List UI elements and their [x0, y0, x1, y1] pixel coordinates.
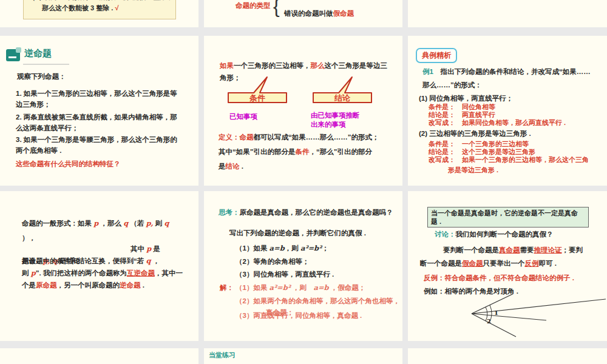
- text-segment: ，: [151, 257, 160, 265]
- text-segment: 错误的命题叫做: [284, 10, 333, 17]
- text-segment: 命题的一般形式：如果: [22, 220, 93, 227]
- text-line: 2. 两条直线被第三条直线所截，如果内错角相等，那: [16, 113, 177, 121]
- text-segment: 2. 两条直线被第三条直线所截，如果内错角相等，那: [16, 113, 177, 121]
- text-segment: 原命题是真命题，那么它的逆命题也是真命题吗？: [240, 209, 393, 216]
- text-segment: ；要判: [562, 246, 583, 254]
- text-segment: (1) 同位角相等，两直线平行；: [419, 95, 513, 102]
- text-line: 如果一个三角形的三边相等，那么这个三角形是等边三: [220, 61, 387, 70]
- text-line: (2) 三边相等的三角形是等边三角形 .: [419, 129, 531, 138]
- text-segment: ，另一个叫原命题的: [57, 281, 120, 289]
- text-segment: 如果: [220, 62, 234, 69]
- text-segment: 这个三角形是等边三: [325, 62, 388, 69]
- text-segment: {: [273, 0, 280, 17]
- slide-thumbnail-blank-top[interactable]: [408, 0, 607, 27]
- text-segment: 其中: [131, 245, 146, 252]
- text-segment: (2) 三边相等的三角形是等边三角形 .: [419, 130, 531, 137]
- section-title: 逆命题: [24, 48, 52, 59]
- text-segment: 结论是： 两直线平行: [429, 111, 495, 118]
- slide-thumbnail-proposition-types[interactable]: 命题的类型 { 错误的命题叫做假命题: [204, 0, 402, 27]
- text-line: 那么……”的形式：: [422, 81, 482, 89]
- text-segment: 指出下列命题的条件和结论，并改写成“如果……: [433, 68, 591, 75]
- text-segment: 互逆命题: [127, 269, 155, 277]
- text-segment: 假命题: [462, 260, 483, 267]
- text-segment: ，那么: [98, 220, 123, 227]
- text-segment: 条件是： 一个三角形的三边相等: [429, 140, 529, 147]
- text-segment: 逆命题: [24, 48, 52, 58]
- text-segment: a=b: [270, 244, 285, 252]
- text-line: 写出下列命题的逆命题，并判断它们的真假 .: [229, 229, 366, 237]
- text-line: 观察下列命题：: [17, 72, 66, 81]
- callout-condition: 条件: [227, 76, 288, 104]
- text-line: 已知事项: [229, 112, 257, 121]
- text-segment: 即可 .: [539, 260, 557, 267]
- text-segment: 其中“如果”引出的部分是: [219, 148, 296, 155]
- text-segment: ，则: [285, 244, 300, 252]
- text-line: （1）如果 a=b，则 a²=b²；: [236, 244, 329, 252]
- text-segment: 原命题: [36, 281, 57, 289]
- slide-thumbnail-worked-example[interactable]: 典例精析 例1 指出下列命题的条件和结论，并改写成“如果…… 那么……”的形式：…: [408, 36, 607, 186]
- slide-thumbnail-general-form[interactable]: 命题的一般形式：如果 p ，那么 q （若 p, 则 q ）， 其中 p 是 题…: [0, 191, 198, 341]
- text-segment: ，其中一: [155, 269, 183, 277]
- text-line: 么这两条直线平行；: [16, 124, 79, 132]
- text-line: 3. 如果一个三角形是等腰三角形，那么这个三角形的: [16, 135, 177, 144]
- text-line: 两个底角相等 .: [16, 146, 61, 155]
- text-segment: .: [141, 281, 144, 289]
- text-line: 边三角形；: [16, 100, 51, 109]
- text-line: 是结论 .: [219, 162, 243, 170]
- text-segment: a=b: [314, 283, 329, 292]
- text-line: 题 .: [431, 217, 585, 226]
- counterexample-line: 反例：符合命题条件，但不符合命题结论的例子 .: [424, 274, 574, 282]
- text-segment: （2）如果两个角的余角相等，那么这两个角也相等，: [236, 297, 400, 305]
- angle-diagram: 1 2: [456, 288, 607, 341]
- text-segment: （1）如果: [236, 284, 270, 291]
- text-segment: ），: [22, 234, 36, 241]
- text-segment: 那么这个数能被 3 整除 .: [42, 4, 113, 12]
- text-line: （1）如果 a²=b² ，则 a=b ，假命题；: [236, 283, 365, 292]
- text-segment: 假命题: [333, 10, 354, 17]
- text-line: ），: [22, 234, 36, 242]
- section-icon: [6, 49, 20, 61]
- text-segment: ”. 我们把这样的两个命题称为: [36, 269, 127, 277]
- highlight-box: （3）如果一个数各位上的数字之和能被 3 整除， 那么这个数能被 3 整除 . …: [23, 0, 176, 19]
- slide-thumbnail-discussion-counterexample[interactable]: 当一个命题是真命题时，它的逆命题不一定是真命 题 . 讨论：我们如何判断一个命题…: [408, 191, 607, 341]
- slide-thumbnail-blank-bottom-right[interactable]: [408, 348, 607, 364]
- text-segment: 解：: [220, 284, 234, 291]
- example-badge: 典例精析: [416, 48, 457, 63]
- text-line: （3）两直线平行，同位角相等，真命题 .: [236, 311, 362, 320]
- slide-thumbnail-blank-bottom-left[interactable]: [0, 348, 198, 364]
- text-segment: 需要: [520, 246, 534, 254]
- text-line: 由已知事项推断: [311, 111, 360, 120]
- text-line-overlapping: 把命题中的条件和结论互换，便得到“若 q ，: [22, 257, 160, 265]
- text-segment: 那么: [311, 62, 325, 69]
- text-segment: 推理论证: [534, 246, 562, 254]
- text-line: 出来的事项: [311, 120, 346, 129]
- svg-text:结论: 结论: [334, 93, 351, 103]
- slide-thumbnail-inverse-proposition-intro[interactable]: 逆命题 观察下列命题： 1. 如果一个三角形的三边相等，那么这个三角形是等 边三…: [0, 36, 198, 186]
- practice-label: 当堂练习: [209, 351, 236, 360]
- text-segment: 条件: [296, 148, 310, 155]
- text-line: 结论是： 这个三角形是等边三角形: [429, 148, 535, 157]
- text-segment: 形是等边三角形 .: [448, 166, 498, 174]
- text-segment: 我们如何判断一个命题的真假？: [456, 231, 554, 238]
- slide-thumbnail-class-practice[interactable]: 当堂练习: [204, 348, 402, 364]
- text-segment: 是: [219, 163, 226, 170]
- text-segment: （3）两直线平行，同位角相等，真命题 .: [236, 312, 362, 319]
- text-segment: 由已知事项推断: [311, 112, 360, 119]
- svg-text:1: 1: [494, 309, 498, 316]
- text-segment: 则: [154, 220, 164, 227]
- slide-thumbnail-divisibility-example[interactable]: （3）如果一个数各位上的数字之和能被 3 整除， 那么这个数能被 3 整除 . …: [0, 0, 198, 27]
- text-line: 其中“如果”引出的部分是条件，“那么”引出的部分: [219, 147, 372, 156]
- text-segment: 思考：: [219, 209, 240, 216]
- text-segment: （3）如果一个数各位上的数字之和能被 3 整除，: [29, 0, 173, 1]
- text-line: 定义：命题都可以写成“如果……那么……”的形式；: [219, 133, 379, 141]
- text-line: （2）等角的余角相等；: [236, 257, 309, 266]
- text-segment: 么这两条直线平行；: [16, 124, 79, 132]
- text-segment: 典例精析: [422, 51, 451, 59]
- text-line: 例1 指出下列命题的条件和结论，并改写成“如果……: [422, 67, 591, 76]
- slide-thumbnail-condition-conclusion[interactable]: 如果一个三角形的三边相等，那么这个三角形是等边三 角形； 条件 结论 已知事项 …: [204, 36, 402, 186]
- svg-text:条件: 条件: [249, 93, 265, 103]
- text-line: 形是等边三角形 .: [448, 166, 498, 175]
- slide-thumbnail-think-exercise[interactable]: 思考：原命题是真命题，那么它的逆命题也是真命题吗？ 写出下列命题的逆命题，并判断…: [204, 191, 402, 341]
- text-segment: ，假命题；: [329, 284, 366, 291]
- text-line: 个是原命题，另一个叫原命题的逆命题 .: [22, 281, 144, 289]
